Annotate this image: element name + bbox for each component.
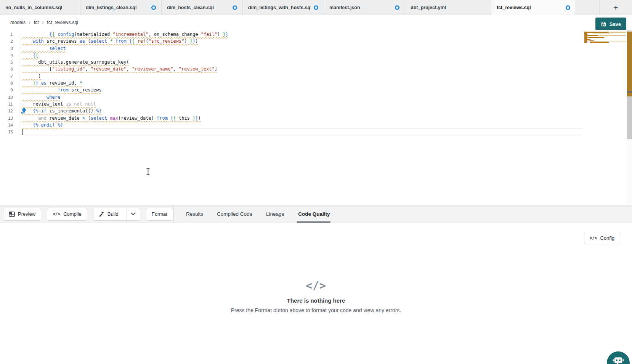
tab-bar: no_nulls_in_columns.sqldim_listings_clea… — [0, 0, 632, 15]
code-line[interactable]: 14 {% endif %} — [0, 122, 632, 128]
indent-guide — [44, 87, 44, 93]
hammer-icon — [98, 211, 104, 217]
panel-tab-results[interactable]: Results — [185, 205, 204, 223]
preview-button-label: Preview — [18, 211, 35, 217]
warning-squiggle-text: with src_reviews as (select * from {{ re… — [22, 38, 198, 44]
line-number: 14 — [0, 122, 13, 128]
code-line[interactable]: 4 {{ — [0, 52, 632, 59]
code-line[interactable]: 2 with src_reviews as (select * from {{ … — [0, 38, 632, 45]
breadcrumb-item[interactable]: fct — [34, 20, 39, 25]
minimap-warning-mark — [593, 34, 612, 34]
build-button[interactable]: Build — [93, 208, 124, 220]
plus-icon: + — [613, 3, 618, 12]
panel-tab-code-quality[interactable]: Code Quality — [297, 205, 330, 223]
indent-guide — [33, 87, 33, 93]
code-line[interactable]: 10 where — [0, 94, 632, 101]
line-number: 13 — [0, 115, 13, 122]
compile-button[interactable]: </> Compile — [47, 208, 87, 221]
line-number: 10 — [0, 94, 13, 101]
breadcrumb-chevron-icon: › — [42, 19, 44, 26]
code-line[interactable]: 3 select — [0, 45, 632, 52]
warning-squiggle-text: ["listing_id", "review_date", "reviewer_… — [22, 66, 217, 72]
unsaved-changes-dot-icon — [314, 5, 318, 10]
line-number: 11 — [0, 101, 13, 107]
code-line[interactable]: 11 review_text is not null — [0, 101, 632, 107]
warning-squiggle-text: {{ config(materialized="incremental", on… — [22, 32, 228, 37]
code-line[interactable]: 15 — [0, 128, 632, 135]
tab-label: dim_hosts_clean.sql — [167, 5, 214, 10]
editor-caret — [22, 129, 22, 135]
tab-label: dbt_project.yml — [411, 5, 446, 10]
breadcrumb-item[interactable]: fct_reviews.sql — [47, 20, 78, 25]
build-dropdown-button[interactable] — [127, 208, 140, 220]
breadcrumb-item[interactable]: models — [10, 20, 26, 25]
tab-dbt_project-yml[interactable]: dbt_project.yml — [405, 0, 491, 15]
minimap-warning-mark — [586, 32, 609, 33]
format-button-label: Format — [152, 211, 167, 217]
save-button[interactable]: Save — [595, 18, 626, 30]
line-number: 1 — [0, 31, 13, 38]
code-icon: </> — [590, 236, 597, 241]
panel-tab-compiled-code[interactable]: Compiled Code — [216, 205, 253, 223]
breadcrumb-row: models›fct›fct_reviews.sql Save — [0, 15, 632, 30]
minimap-warning-mark — [599, 35, 626, 36]
tab-manifest-json[interactable]: manifest.json — [324, 0, 405, 15]
empty-state: </> There is nothing here Press the Form… — [0, 279, 632, 313]
code-quality-panel: </> Config </> There is nothing here Pre… — [0, 223, 632, 363]
code-line[interactable]: 1 {{ config(materialized="incremental", … — [0, 31, 632, 38]
editor-scrollbar[interactable] — [627, 30, 632, 205]
build-split-button: Build — [93, 208, 140, 221]
tab-dim_listings_clean-sql[interactable]: dim_listings_clean.sql — [80, 0, 162, 15]
build-button-label: Build — [107, 211, 119, 217]
new-tab-button[interactable]: + — [600, 0, 632, 15]
indent-guide — [44, 94, 44, 101]
line-number: 3 — [0, 45, 13, 52]
code-line[interactable]: 6 ["listing_id", "review_date", "reviewe… — [0, 66, 632, 72]
minimap-warning-mark — [587, 37, 604, 38]
indent-guide — [33, 45, 33, 52]
robot-chat-icon — [613, 356, 624, 364]
tab-bar-spacer — [576, 0, 600, 15]
minimap[interactable] — [584, 32, 627, 66]
indent-guide — [33, 31, 33, 38]
minimap-warning-mark — [610, 32, 626, 33]
indent-guide — [33, 66, 33, 72]
code-line[interactable]: 5 dbt_utils.generate_surrogate_key( — [0, 59, 632, 66]
code-line[interactable]: 13 and review_date > (select max(review_… — [0, 115, 632, 122]
tab-label: dim_listings_with_hosts.sql — [248, 5, 311, 10]
code-line[interactable]: 7 ) — [0, 73, 632, 80]
panel-tab-lineage[interactable]: Lineage — [265, 205, 285, 223]
unsaved-changes-dot-icon — [566, 5, 570, 10]
tab-label: dim_listings_clean.sql — [86, 5, 136, 10]
tab-label: manifest.json — [329, 5, 360, 10]
indent-guide — [44, 45, 44, 52]
config-button-label: Config — [600, 235, 614, 241]
minimap-warning-mark — [586, 39, 590, 40]
compile-button-label: Compile — [63, 211, 82, 217]
editor-toolbar: Preview </> Compile Build Format Results… — [0, 205, 632, 223]
code-line[interactable]: 12 {% if is_incremental() %} — [0, 107, 632, 114]
format-button[interactable]: Format — [146, 208, 173, 221]
table-icon — [9, 212, 15, 217]
code-line[interactable]: 9 from src_reviews — [0, 87, 632, 93]
tab-dim_listings_with_hosts-sql[interactable]: dim_listings_with_hosts.sql — [243, 0, 324, 15]
line-number: 7 — [0, 73, 13, 80]
preview-button[interactable]: Preview — [3, 208, 41, 221]
indent-guide — [55, 87, 55, 93]
indent-guide — [44, 66, 44, 72]
unsaved-changes-dot-icon — [395, 5, 399, 10]
empty-state-subtitle: Press the Format button above to format … — [0, 307, 632, 313]
code-editor[interactable]: 1 {{ config(materialized="incremental", … — [0, 30, 632, 205]
tab-no_nulls_in_columns-sql[interactable]: no_nulls_in_columns.sql — [0, 0, 80, 15]
warning-squiggle-text: }} as review_id, * — [22, 80, 82, 86]
tab-dim_hosts_clean-sql[interactable]: dim_hosts_clean.sql — [162, 0, 243, 15]
line-number: 12 — [0, 107, 13, 114]
lightbulb-code-action-icon[interactable] — [21, 108, 27, 114]
ruler-cursor-marker — [627, 91, 632, 93]
code-line[interactable]: 8 }} as review_id, * — [0, 80, 632, 87]
line-number: 4 — [0, 52, 13, 59]
indent-guide — [44, 31, 44, 38]
config-button[interactable]: </> Config — [584, 232, 620, 244]
unsaved-changes-dot-icon — [233, 5, 237, 10]
tab-fct_reviews-sql[interactable]: fct_reviews.sql — [491, 0, 576, 15]
